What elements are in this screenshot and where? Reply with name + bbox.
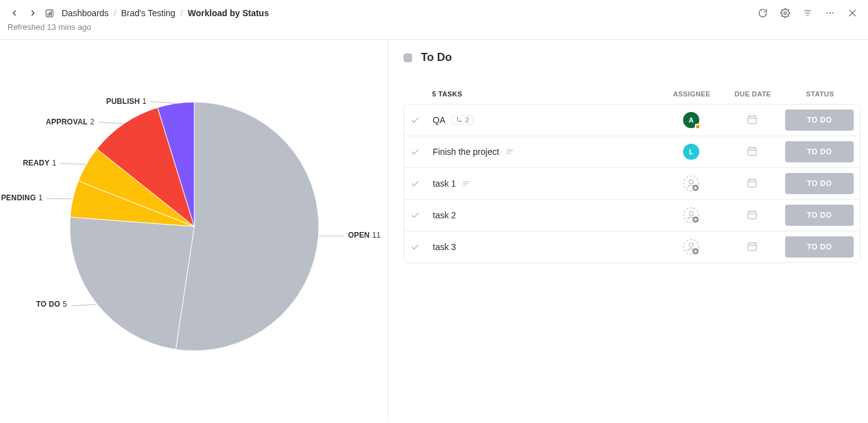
task-panel: To Do 5 TASKS ASSIGNEE DUE DATE STATUS Q… (389, 40, 868, 422)
task-table-header: 5 TASKS ASSIGNEE DUE DATE STATUS (403, 75, 861, 104)
table-row[interactable]: Finish the projectLTO DO (404, 136, 860, 168)
status-pill[interactable]: TO DO (785, 236, 854, 258)
svg-point-13 (457, 117, 458, 118)
assignee-cell[interactable] (663, 175, 719, 192)
svg-rect-3 (50, 11, 52, 16)
svg-point-4 (784, 12, 786, 14)
status-pill[interactable]: TO DO (785, 205, 854, 226)
chart-label: APPROVAL2 (45, 118, 94, 126)
pie-slice[interactable] (70, 217, 194, 350)
task-title: task 3 (433, 242, 456, 252)
gear-icon[interactable] (780, 7, 791, 19)
status-pill[interactable]: TO DO (785, 109, 854, 131)
status-pill[interactable]: TO DO (785, 141, 854, 162)
chart-label: PENDING1 (1, 193, 43, 202)
chart-label-value: 1 (39, 193, 43, 202)
chart-label-name: READY (23, 159, 50, 167)
task-title: Finish the project (433, 147, 499, 157)
breadcrumb-folder[interactable]: Brad's Testing (121, 8, 175, 18)
check-icon[interactable] (410, 211, 428, 220)
due-date-cell[interactable] (724, 114, 780, 127)
top-bar-left: Dashboards / Brad's Testing / Workload b… (7, 6, 269, 20)
task-count: 5 TASKS (432, 90, 659, 98)
svg-rect-34 (748, 179, 757, 187)
chart-label-value: 1 (52, 159, 57, 167)
calendar-icon[interactable] (747, 177, 758, 190)
check-icon[interactable] (410, 243, 428, 252)
table-row[interactable]: task 3TO DO (404, 231, 860, 263)
table-row[interactable]: QA2ATO DO (404, 105, 860, 136)
panel-header: To Do (389, 40, 868, 75)
description-icon (506, 147, 514, 156)
close-icon[interactable] (847, 7, 858, 19)
avatar-badge (695, 124, 701, 129)
avatar[interactable]: A (683, 112, 699, 128)
svg-point-30 (689, 180, 693, 184)
due-date-cell[interactable] (724, 241, 780, 254)
check-icon[interactable] (410, 147, 428, 157)
description-icon (462, 179, 471, 188)
refresh-icon[interactable] (757, 7, 768, 19)
col-assignee[interactable]: ASSIGNEE (664, 90, 720, 98)
calendar-icon[interactable] (747, 209, 758, 222)
due-date-cell[interactable] (724, 177, 780, 190)
nav-back-button[interactable] (7, 6, 21, 20)
svg-point-48 (689, 243, 693, 247)
assignee-cell[interactable] (663, 207, 719, 223)
avatar[interactable]: L (683, 144, 699, 160)
col-due-date[interactable]: DUE DATE (725, 90, 781, 98)
dashboard-icon (45, 9, 54, 18)
pie-chart-svg[interactable] (64, 96, 325, 357)
separator: / (114, 8, 116, 18)
pie-slice[interactable] (176, 102, 319, 351)
task-title-cell[interactable]: Finish the project (433, 147, 658, 157)
filter-icon[interactable] (802, 7, 813, 19)
subtask-chip[interactable]: 2 (451, 115, 473, 125)
chart-label-name: PUBLISH (106, 97, 139, 106)
svg-point-9 (829, 12, 831, 14)
main-split: OPEN11TO DO5PENDING1READY1APPROVAL2PUBLI… (0, 40, 868, 422)
task-table-body: QA2ATO DOFinish the projectLTO DOtask 1T… (403, 104, 861, 263)
nav-forward-button[interactable] (26, 6, 40, 20)
table-row[interactable]: task 1TO DO (404, 168, 860, 200)
calendar-icon[interactable] (747, 114, 758, 127)
assign-user-icon[interactable] (683, 207, 699, 223)
assignee-cell[interactable]: L (663, 144, 719, 160)
task-title-cell[interactable]: task 1 (433, 179, 658, 188)
chart-panel: OPEN11TO DO5PENDING1READY1APPROVAL2PUBLI… (0, 40, 389, 422)
svg-rect-43 (748, 211, 757, 218)
svg-rect-22 (748, 147, 757, 155)
table-row[interactable]: task 2TO DO (404, 200, 860, 231)
assign-user-icon[interactable] (683, 175, 699, 192)
more-icon[interactable] (824, 7, 836, 19)
task-title-cell[interactable]: task 2 (433, 210, 658, 220)
due-date-cell[interactable] (724, 209, 780, 222)
assignee-cell[interactable] (663, 239, 719, 255)
subtask-count: 2 (465, 116, 469, 124)
chart-label-name: PENDING (1, 193, 36, 202)
check-icon[interactable] (410, 179, 428, 188)
task-table: 5 TASKS ASSIGNEE DUE DATE STATUS QA2ATO … (389, 75, 868, 263)
assign-user-icon[interactable] (683, 239, 699, 255)
status-color-chip (403, 53, 412, 62)
task-title: QA (433, 115, 445, 125)
svg-point-8 (826, 12, 828, 14)
calendar-icon[interactable] (747, 146, 758, 159)
breadcrumb-current[interactable]: Workload by Status (188, 8, 269, 18)
due-date-cell[interactable] (724, 146, 780, 159)
task-title-cell[interactable]: task 3 (433, 242, 658, 252)
status-pill[interactable]: TO DO (785, 173, 854, 194)
chart-leader-line (47, 198, 72, 200)
check-icon[interactable] (410, 116, 428, 125)
refresh-status: Refreshed 13 mins ago (0, 22, 868, 39)
breadcrumb-dashboards[interactable]: Dashboards (62, 8, 109, 18)
breadcrumb: Dashboards / Brad's Testing / Workload b… (45, 8, 269, 18)
task-title-cell[interactable]: QA2 (433, 115, 658, 125)
calendar-icon[interactable] (747, 241, 758, 254)
top-bar: Dashboards / Brad's Testing / Workload b… (0, 0, 868, 22)
chart-label-name: TO DO (36, 300, 60, 309)
chart-label-value: 2 (90, 118, 95, 126)
col-status[interactable]: STATUS (786, 90, 854, 98)
assignee-cell[interactable]: A (663, 112, 719, 128)
chart-label-name: OPEN (348, 231, 370, 239)
